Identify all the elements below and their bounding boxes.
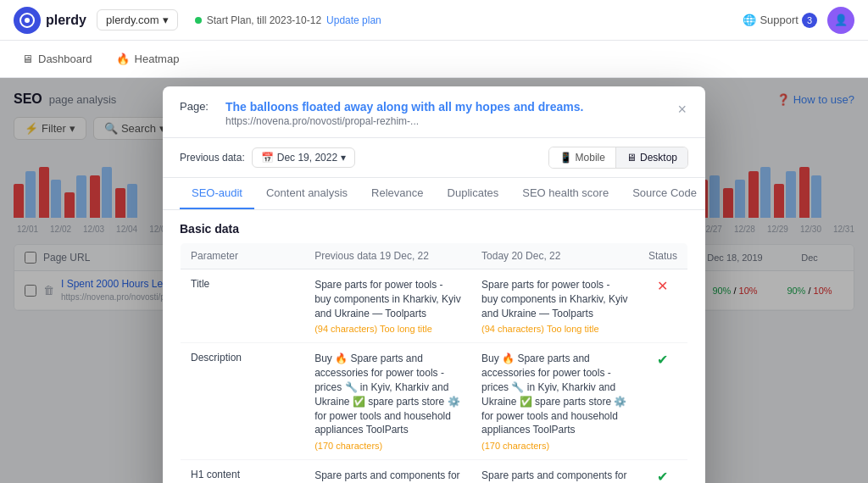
plan-status-dot [195, 17, 202, 24]
page-label: Page: [180, 100, 215, 113]
prev-title-note: (94 characters) Too long title [314, 324, 461, 334]
tab-seo-health-score[interactable]: SEO health score [510, 178, 620, 209]
modal-url-title: The balloons floated away along with all… [225, 100, 666, 114]
modal: Page: The balloons floated away along wi… [163, 86, 705, 483]
prev-h1-text: Spare parts and components for power too… [314, 469, 461, 483]
heatmap-label: Heatmap [135, 53, 180, 65]
modal-top: Page: The balloons floated away along wi… [163, 86, 705, 210]
support-label: Support [760, 14, 798, 26]
table-row-description: Description Buy 🔥 Spare parts and access… [181, 343, 688, 460]
basic-data-title: Basic data [180, 210, 688, 242]
sidebar-item-heatmap[interactable]: 🔥 Heatmap [108, 47, 188, 70]
prev-description: Buy 🔥 Spare parts and accessories for po… [304, 343, 471, 460]
today-description: Buy 🔥 Spare parts and accessories for po… [471, 343, 638, 460]
calendar-icon: 📅 [261, 152, 274, 164]
modal-body: Basic data Parameter Previous data 19 De… [163, 210, 705, 483]
today-h1-text: Spare parts and components for power too… [481, 469, 628, 483]
main-content: SEO page analysis ❓ How to use? ⚡ Filter… [0, 78, 868, 483]
heatmap-icon: 🔥 [116, 53, 130, 65]
svg-point-1 [25, 18, 30, 23]
status-description: ✔ [638, 343, 688, 460]
dashboard-label: Dashboard [38, 53, 92, 65]
tab-relevance[interactable]: Relevance [359, 178, 435, 209]
modal-url-sub: https://novena.pro/novosti/propal-rezhim… [225, 115, 666, 127]
modal-title-area: The balloons floated away along with all… [225, 100, 666, 127]
th-prev-data: Previous data 19 Dec, 22 [304, 243, 471, 269]
tab-source-code[interactable]: Source Code [620, 178, 705, 209]
plan-text: Start Plan, till 2023-10-12 [207, 14, 321, 26]
prev-title-text: Spare parts for power tools - buy compon… [314, 278, 461, 320]
table-row-h1: H1 content Spare parts and components fo… [181, 460, 688, 483]
dashboard-icon: 🖥 [22, 53, 33, 65]
plan-badge: Start Plan, till 2023-10-12 Update plan [195, 14, 381, 26]
mobile-label: Mobile [576, 152, 605, 164]
status-green-icon: ✔ [657, 353, 668, 367]
prev-desc-text: Buy 🔥 Spare parts and accessories for po… [314, 352, 461, 437]
domain-label: plerdy.com [106, 14, 159, 26]
th-status: Status [638, 243, 688, 269]
tab-seo-audit[interactable]: SEO-audit [180, 178, 254, 209]
domain-selector[interactable]: plerdy.com ▾ [97, 9, 178, 31]
tab-content-analysis[interactable]: Content analysis [254, 178, 359, 209]
th-parameter: Parameter [181, 243, 305, 269]
modal-meta: Previous data: 📅 Dec 19, 2022 ▾ 📱 Mobile… [163, 138, 705, 178]
modal-close-button[interactable]: × [676, 100, 688, 119]
th-today: Today 20 Dec, 22 [471, 243, 638, 269]
logo-text: plerdy [46, 13, 86, 28]
device-toggle: 📱 Mobile 🖥 Desktop [548, 147, 688, 169]
update-plan-link[interactable]: Update plan [326, 14, 381, 26]
prev-desc-note: (170 characters) [314, 441, 461, 451]
chevron-down-icon: ▾ [163, 14, 169, 26]
support-count: 3 [802, 13, 817, 28]
chevron-down-icon: ▾ [341, 152, 346, 164]
param-title: Title [181, 269, 305, 343]
avatar[interactable]: 👤 [827, 7, 854, 34]
date-label: Dec 19, 2022 [277, 152, 337, 164]
desktop-label: Desktop [640, 152, 677, 164]
nav-right: 🌐 Support 3 👤 [743, 7, 854, 34]
desktop-icon: 🖥 [626, 152, 637, 164]
today-desc-note: (170 characters) [481, 441, 628, 451]
table-row-title: Title Spare parts for power tools - buy … [181, 269, 688, 343]
today-title-text: Spare parts for power tools - buy compon… [481, 278, 628, 320]
prev-h1: Spare parts and components for power too… [304, 460, 471, 483]
desktop-button[interactable]: 🖥 Desktop [616, 147, 687, 168]
status-red-icon: ✕ [657, 279, 668, 293]
second-nav: 🖥 Dashboard 🔥 Heatmap [0, 41, 868, 78]
modal-tabs: SEO-audit Content analysis Relevance Dup… [163, 178, 705, 210]
modal-overlay: Page: The balloons floated away along wi… [0, 78, 868, 483]
mobile-icon: 📱 [559, 152, 572, 164]
status-green-icon-2: ✔ [657, 469, 668, 483]
top-nav: plerdy plerdy.com ▾ Start Plan, till 202… [0, 0, 868, 41]
modal-header: Page: The balloons floated away along wi… [163, 86, 705, 138]
today-h1: Spare parts and components for power too… [471, 460, 638, 483]
date-picker[interactable]: 📅 Dec 19, 2022 ▾ [252, 147, 355, 168]
prev-data-label: Previous data: [180, 152, 245, 164]
today-title: Spare parts for power tools - buy compon… [471, 269, 638, 343]
logo-icon [14, 7, 41, 34]
mobile-button[interactable]: 📱 Mobile [549, 147, 616, 168]
tab-duplicates[interactable]: Duplicates [436, 178, 511, 209]
globe-icon: 🌐 [743, 14, 756, 26]
param-h1: H1 content [181, 460, 305, 483]
support-button[interactable]: 🌐 Support 3 [743, 13, 817, 28]
today-title-note: (94 characters) Too long title [481, 324, 628, 334]
sidebar-item-dashboard[interactable]: 🖥 Dashboard [14, 47, 101, 70]
prev-title: Spare parts for power tools - buy compon… [304, 269, 471, 343]
basic-data-table: Parameter Previous data 19 Dec, 22 Today… [180, 242, 688, 483]
status-h1: ✔ [638, 460, 688, 483]
today-desc-text: Buy 🔥 Spare parts and accessories for po… [481, 352, 628, 437]
logo: plerdy [14, 7, 86, 34]
status-title: ✕ [638, 269, 688, 343]
param-description: Description [181, 343, 305, 460]
